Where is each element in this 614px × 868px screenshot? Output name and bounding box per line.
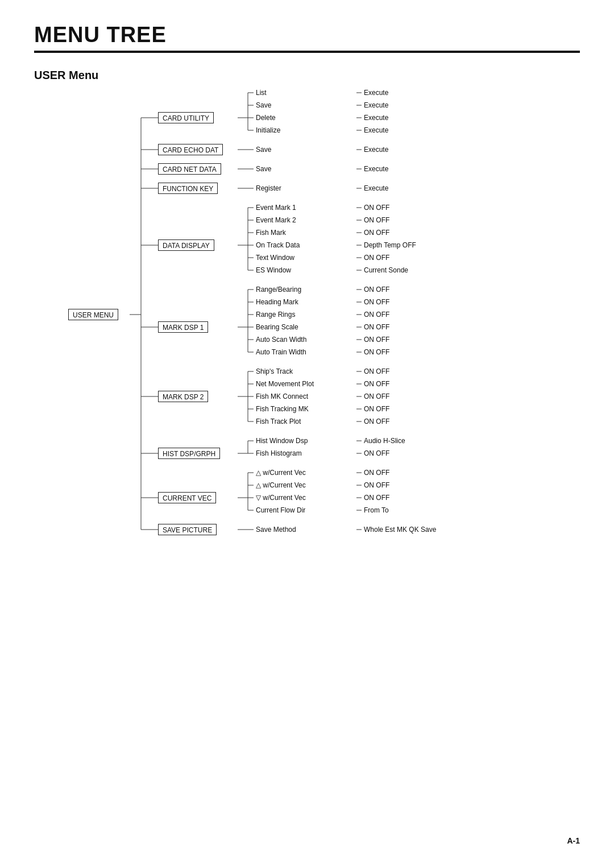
section-title: USER Menu	[34, 69, 580, 82]
title-divider	[34, 51, 580, 53]
tree-container: CARD UTILITYListExecuteSaveExecuteDelete…	[68, 86, 614, 547]
page-title: MENU TREE	[34, 23, 580, 47]
page-number: A-1	[567, 836, 580, 845]
